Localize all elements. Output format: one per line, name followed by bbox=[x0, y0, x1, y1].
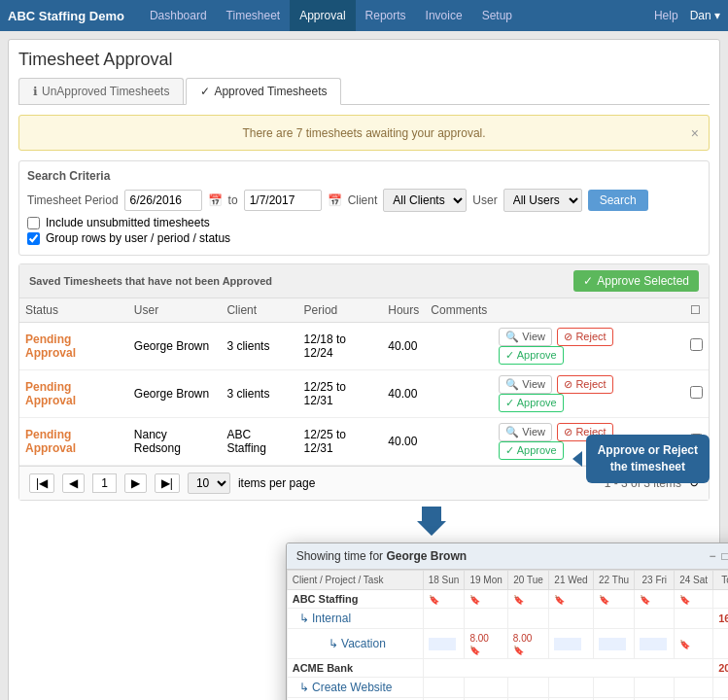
hour-input[interactable] bbox=[554, 638, 581, 650]
reject-button[interactable]: ⊘ Reject bbox=[557, 375, 612, 394]
alert-close[interactable]: × bbox=[691, 125, 699, 141]
approve-button[interactable]: ✓ Approve bbox=[499, 346, 563, 365]
hour-cell: 🔖 bbox=[465, 590, 507, 609]
search-button[interactable]: Search bbox=[588, 190, 648, 211]
nav-user[interactable]: Dan ▾ bbox=[690, 9, 720, 22]
nav-timesheet[interactable]: Timesheet bbox=[217, 0, 291, 31]
top-nav: ABC Staffing Demo Dashboard Timesheet Ap… bbox=[0, 0, 728, 31]
nav-invoice[interactable]: Invoice bbox=[416, 0, 472, 31]
hour-cell: 8.00 🔖 bbox=[507, 629, 549, 659]
hours-cell: 40.00 bbox=[382, 323, 425, 370]
th-total: Total bbox=[713, 571, 728, 590]
th-thu: 22 Thu bbox=[593, 571, 635, 590]
status-badge[interactable]: Pending Approval bbox=[25, 332, 76, 360]
nav-dashboard[interactable]: Dashboard bbox=[140, 0, 217, 31]
hours-cell: 40.00 bbox=[382, 418, 425, 466]
to-date-input[interactable] bbox=[244, 190, 322, 211]
th-sat: 24 Sat bbox=[675, 571, 713, 590]
first-page-btn[interactable]: |◀ bbox=[29, 473, 54, 493]
project-name-internal: ↳ Internal bbox=[287, 609, 423, 629]
hour-input[interactable] bbox=[429, 638, 456, 650]
hour-cell: 🔖 bbox=[593, 590, 635, 609]
hour-cell bbox=[423, 629, 465, 659]
hour-total: 20.00 bbox=[713, 659, 728, 678]
tab-approved[interactable]: ✓ Approved Timesheets bbox=[186, 78, 341, 105]
hour-input[interactable] bbox=[599, 638, 626, 650]
prev-page-btn[interactable]: ◀ bbox=[62, 473, 85, 493]
last-page-btn[interactable]: ▶| bbox=[155, 473, 180, 493]
hour-cell bbox=[423, 609, 465, 629]
user-select[interactable]: All Users bbox=[503, 189, 582, 212]
hour-cell bbox=[465, 678, 507, 698]
reject-button[interactable]: ⊘ Reject bbox=[557, 328, 612, 346]
table-row: ABC Staffing 🔖 🔖 🔖 🔖 🔖 🔖 🔖 bbox=[287, 590, 728, 609]
th-wed: 21 Wed bbox=[549, 571, 593, 590]
hour-total bbox=[713, 629, 728, 659]
comments-cell bbox=[425, 323, 493, 370]
group-rows-checkbox[interactable] bbox=[27, 232, 40, 245]
callout-arrow-left bbox=[572, 451, 582, 467]
app-logo: ABC Staffing Demo bbox=[8, 9, 124, 23]
col-user: User bbox=[128, 298, 222, 323]
hour-cell bbox=[593, 609, 635, 629]
col-period: Period bbox=[298, 298, 383, 323]
row-checkbox[interactable] bbox=[690, 338, 703, 351]
tabs: ℹ UnApproved Timesheets ✓ Approved Times… bbox=[18, 78, 710, 105]
status-cell: Pending Approval bbox=[19, 370, 128, 418]
items-per-page-select[interactable]: 10 bbox=[188, 472, 230, 494]
hour-cell bbox=[507, 678, 549, 698]
period-cell: 12/25 to 12/31 bbox=[298, 370, 383, 418]
th-tue: 20 Tue bbox=[507, 571, 549, 590]
hour-cell bbox=[593, 629, 635, 659]
calendar-icon-2[interactable]: 📅 bbox=[328, 193, 342, 207]
modal-title: Showing time for George Brown bbox=[296, 549, 467, 563]
approve-button[interactable]: ✓ Approve bbox=[499, 394, 563, 412]
hour-input[interactable] bbox=[640, 638, 667, 650]
client-cell: ABC Staffing bbox=[221, 418, 297, 466]
tab-unapproved[interactable]: ℹ UnApproved Timesheets bbox=[18, 78, 184, 104]
modal-body: Client / Project / Task 18 Sun 19 Mon 20… bbox=[287, 570, 728, 700]
approve-selected-button[interactable]: ✓ Approve Selected bbox=[573, 270, 699, 292]
client-cell: 3 clients bbox=[221, 370, 297, 418]
col-actions bbox=[493, 298, 684, 323]
client-select[interactable]: All Clients bbox=[383, 189, 467, 212]
modal-minimize[interactable]: − bbox=[709, 549, 715, 563]
view-button[interactable]: 🔍 View bbox=[499, 423, 552, 441]
col-comments: Comments bbox=[425, 298, 493, 323]
left-callout-area: Audit history ofall changes bbox=[18, 503, 111, 700]
period-cell: 12/18 to 12/24 bbox=[298, 323, 383, 370]
nav-reports[interactable]: Reports bbox=[356, 0, 416, 31]
col-select: ☐ bbox=[684, 298, 709, 323]
approve-button[interactable]: ✓ Approve bbox=[499, 441, 563, 460]
comments-cell bbox=[425, 370, 493, 418]
col-status: Status bbox=[19, 298, 128, 323]
nav-right: Help Dan ▾ bbox=[654, 9, 720, 22]
nav-approval[interactable]: Approval bbox=[290, 0, 355, 31]
main-container: Timesheet Approval ℹ UnApproved Timeshee… bbox=[8, 39, 720, 700]
hour-cell bbox=[675, 609, 713, 629]
select-cell bbox=[684, 370, 709, 418]
hour-cell: 🔖 bbox=[423, 590, 465, 609]
info-icon: ℹ bbox=[33, 85, 38, 98]
view-button[interactable]: 🔍 View bbox=[499, 375, 552, 394]
bottom-wrapper: Audit history ofall changes Showing time… bbox=[18, 503, 710, 700]
table-row: ↳ Internal 16.00 bbox=[287, 609, 728, 629]
include-unsubmitted-checkbox[interactable] bbox=[27, 217, 40, 229]
check-icon: ✓ bbox=[200, 85, 210, 98]
hour-total bbox=[713, 678, 728, 698]
next-page-btn[interactable]: ▶ bbox=[124, 473, 147, 493]
nav-setup[interactable]: Setup bbox=[472, 0, 522, 31]
view-button[interactable]: 🔍 View bbox=[499, 328, 552, 346]
nav-help[interactable]: Help bbox=[654, 9, 678, 22]
th-task: Client / Project / Task bbox=[287, 571, 423, 590]
from-date-input[interactable] bbox=[124, 190, 202, 211]
status-badge[interactable]: Pending Approval bbox=[25, 428, 76, 455]
calendar-icon[interactable]: 📅 bbox=[208, 193, 223, 207]
status-cell: Pending Approval bbox=[19, 323, 128, 370]
search-section: Search Criteria Timesheet Period 📅 to 📅 … bbox=[18, 160, 710, 256]
modal-restore[interactable]: □ bbox=[721, 549, 728, 563]
row-checkbox[interactable] bbox=[690, 386, 703, 399]
table-row: Pending Approval George Brown 3 clients … bbox=[19, 370, 709, 418]
status-badge[interactable]: Pending Approval bbox=[25, 380, 76, 407]
items-per-page-label: items per page bbox=[238, 476, 315, 490]
